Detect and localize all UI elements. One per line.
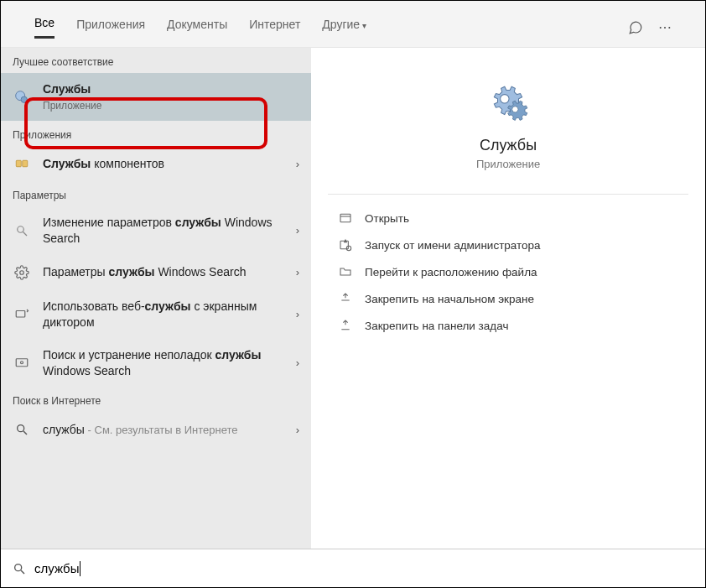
folder-icon	[336, 265, 355, 278]
result-title: Службы	[43, 81, 299, 97]
action-open[interactable]: Открыть	[328, 205, 688, 232]
action-open-file-location[interactable]: Перейти к расположению файла	[328, 258, 688, 285]
svg-point-10	[18, 425, 24, 432]
svg-line-5	[23, 232, 28, 236]
result-subtitle: Приложение	[43, 99, 299, 112]
chevron-right-icon: ›	[296, 158, 299, 170]
chevron-right-icon: ›	[296, 424, 299, 436]
action-pin-taskbar[interactable]: Закрепить на панели задач	[328, 312, 688, 339]
result-setting-search-params[interactable]: Параметры службы Windows Search ›	[1, 255, 311, 290]
more-icon[interactable]: ⋯	[658, 19, 672, 35]
open-icon	[336, 211, 355, 225]
result-setting-index-params[interactable]: Изменение параметров службы Windows Sear…	[1, 206, 311, 255]
chevron-right-icon: ›	[296, 308, 299, 320]
section-web-search: Поиск в Интернете	[1, 387, 311, 412]
svg-rect-3	[23, 160, 28, 167]
preview-panel: Службы Приложение Открыть Запуск от имен…	[311, 48, 705, 549]
svg-point-13	[512, 107, 518, 112]
search-bar[interactable]: службы	[1, 549, 705, 587]
svg-rect-7	[16, 310, 25, 317]
feedback-icon[interactable]	[628, 20, 643, 35]
pin-start-icon	[336, 292, 355, 305]
result-web-search[interactable]: службы - См. результаты в Интернете ›	[1, 412, 311, 447]
svg-rect-14	[340, 214, 350, 221]
chevron-right-icon: ›	[296, 266, 299, 278]
admin-icon	[336, 238, 355, 252]
tab-web[interactable]: Интернет	[249, 18, 300, 38]
services-large-icon	[487, 81, 529, 123]
services-icon	[13, 88, 31, 107]
tab-apps[interactable]: Приложения	[76, 18, 145, 38]
narrator-icon	[13, 305, 31, 324]
result-setting-narrator-web[interactable]: Использовать веб-службы с экранным дикто…	[1, 290, 311, 339]
result-app-component-services[interactable]: Службы компонентов ›	[1, 146, 311, 181]
svg-line-11	[23, 431, 27, 434]
svg-rect-8	[16, 358, 28, 366]
component-services-icon	[13, 154, 31, 173]
tab-more[interactable]: Другие	[322, 18, 366, 38]
svg-point-6	[20, 271, 24, 275]
section-apps: Приложения	[1, 121, 311, 146]
action-pin-start[interactable]: Закрепить на начальном экране	[328, 285, 688, 312]
chevron-right-icon: ›	[296, 224, 299, 237]
action-run-as-admin[interactable]: Запуск от имени администратора	[328, 232, 688, 258]
troubleshoot-icon	[13, 354, 31, 372]
result-best-match[interactable]: Службы Приложение	[1, 73, 311, 121]
preview-title: Службы	[480, 137, 537, 154]
pin-taskbar-icon	[336, 319, 355, 332]
tab-documents[interactable]: Документы	[167, 18, 227, 38]
svg-point-17	[346, 246, 350, 250]
search-icon	[13, 562, 26, 575]
preview-subtitle: Приложение	[476, 158, 540, 170]
svg-rect-2	[16, 160, 21, 167]
svg-point-12	[501, 95, 509, 103]
chevron-right-icon: ›	[296, 356, 299, 369]
section-settings: Параметры	[1, 181, 311, 206]
svg-point-1	[21, 96, 27, 102]
gear-icon	[13, 263, 31, 282]
svg-point-18	[15, 564, 22, 570]
search-input[interactable]: службы	[34, 561, 80, 575]
svg-point-9	[21, 361, 23, 363]
results-panel: Лучшее соответствие Службы Приложение Пр…	[1, 48, 311, 549]
svg-line-19	[21, 570, 24, 574]
search-settings-icon	[13, 221, 31, 240]
svg-point-4	[18, 226, 24, 233]
section-best-match: Лучшее соответствие	[1, 48, 311, 73]
search-icon	[13, 420, 31, 439]
tab-all[interactable]: Все	[34, 16, 55, 39]
result-setting-troubleshoot[interactable]: Поиск и устранение неполадок службы Wind…	[1, 339, 311, 388]
search-tabs: Все Приложения Документы Интернет Другие…	[1, 1, 705, 48]
